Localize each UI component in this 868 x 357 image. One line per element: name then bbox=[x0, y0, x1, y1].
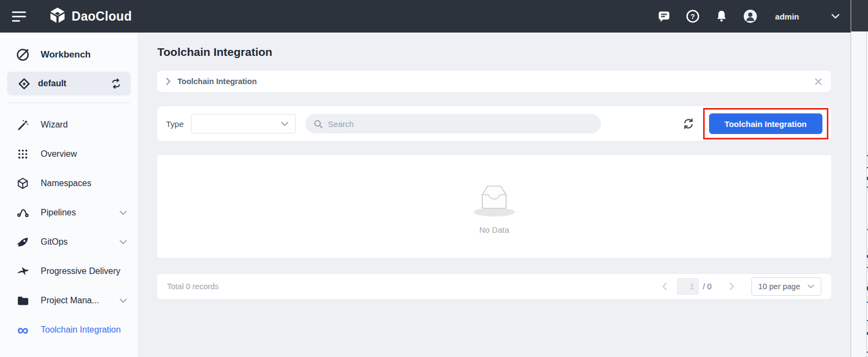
username-label: admin bbox=[775, 12, 799, 21]
empty-state-message: No Data bbox=[479, 225, 509, 234]
next-page-icon[interactable] bbox=[726, 282, 738, 291]
breadcrumb-chevron-icon bbox=[166, 78, 171, 85]
folder-icon bbox=[16, 294, 30, 308]
search-input[interactable] bbox=[328, 119, 593, 129]
pipeline-icon bbox=[16, 206, 30, 220]
bird-icon bbox=[16, 264, 30, 278]
sidebar-item-gitops[interactable]: GitOps bbox=[0, 227, 138, 257]
sidebar-item-label: Progressive Delivery bbox=[41, 266, 120, 276]
app-window: DaoCloud ? bbox=[0, 0, 851, 357]
sidebar-item-label: GitOps bbox=[41, 237, 68, 247]
grid-dots-icon bbox=[16, 147, 30, 161]
expand-chevron-icon[interactable] bbox=[119, 240, 127, 245]
sidebar: Workbench default bbox=[0, 33, 138, 357]
svg-text:?: ? bbox=[691, 12, 695, 21]
close-icon[interactable] bbox=[814, 78, 822, 86]
messages-icon[interactable] bbox=[657, 9, 671, 23]
search-box bbox=[305, 114, 601, 133]
total-records-label: Total 0 records bbox=[167, 282, 219, 291]
brand-name: DaoCloud bbox=[72, 9, 132, 24]
sidebar-item-toolchain-integration[interactable]: ∞ Toolchain Integration bbox=[0, 315, 138, 345]
user-avatar[interactable] bbox=[743, 9, 757, 23]
breadcrumb-item[interactable]: Toolchain Integration bbox=[177, 77, 257, 86]
empty-state: No Data bbox=[470, 178, 519, 234]
sidebar-item-workbench[interactable]: Workbench bbox=[0, 41, 138, 68]
sidebar-item-label: Workbench bbox=[41, 49, 91, 60]
wizard-wand-icon bbox=[16, 118, 30, 132]
switch-workspace-icon[interactable] bbox=[110, 78, 122, 90]
page-title: Toolchain Integration bbox=[157, 46, 831, 59]
daocloud-logo-icon bbox=[49, 7, 66, 26]
results-panel: No Data bbox=[157, 155, 831, 258]
page-size-select[interactable]: 10 per page bbox=[751, 277, 821, 296]
annotation-highlight-box: Toolchain Integration bbox=[703, 108, 828, 139]
sidebar-item-label: Project Mana... bbox=[41, 296, 99, 305]
menu-toggle-icon[interactable] bbox=[12, 9, 26, 24]
sidebar-item-label: Namespaces bbox=[41, 178, 91, 188]
notifications-bell-icon[interactable] bbox=[714, 9, 729, 23]
infinity-icon: ∞ bbox=[16, 323, 30, 337]
content-area: Toolchain Integration Toolchain Integrat… bbox=[138, 33, 851, 357]
sidebar-item-overview[interactable]: Overview bbox=[0, 139, 138, 169]
sidebar-item-project-management[interactable]: Project Mana... bbox=[0, 286, 138, 315]
sidebar-divider bbox=[8, 103, 130, 103]
type-select[interactable] bbox=[191, 114, 296, 133]
workbench-icon bbox=[16, 48, 30, 62]
sidebar-item-progressive-delivery[interactable]: Progressive Delivery bbox=[0, 257, 138, 286]
page-number-input[interactable] bbox=[677, 278, 699, 295]
sidebar-item-label: Pipelines bbox=[41, 208, 76, 218]
search-icon bbox=[313, 119, 323, 129]
top-header: DaoCloud ? bbox=[0, 0, 851, 33]
filter-toolbar: Type bbox=[157, 106, 831, 141]
workspace-icon bbox=[17, 77, 30, 90]
toolchain-integration-button[interactable]: Toolchain Integration bbox=[709, 113, 822, 134]
sidebar-item-label: Toolchain Integration bbox=[41, 325, 121, 335]
sidebar-item-default-workspace[interactable]: default bbox=[7, 72, 131, 95]
page-total-label: / 0 bbox=[703, 282, 711, 291]
cube-icon bbox=[16, 176, 30, 190]
help-icon[interactable]: ? bbox=[686, 9, 700, 23]
expand-chevron-icon[interactable] bbox=[119, 298, 127, 303]
sidebar-item-namespaces[interactable]: Namespaces bbox=[0, 169, 138, 198]
type-filter-label: Type bbox=[166, 119, 184, 129]
expand-chevron-icon[interactable] bbox=[119, 211, 127, 215]
sidebar-item-label: Overview bbox=[41, 149, 77, 159]
background-window-edge bbox=[851, 0, 868, 357]
chevron-down-icon bbox=[281, 122, 289, 126]
refresh-icon[interactable] bbox=[682, 117, 695, 130]
previous-page-icon[interactable] bbox=[658, 282, 671, 291]
sidebar-item-pipelines[interactable]: Pipelines bbox=[0, 198, 138, 227]
sidebar-item-label: Wizard bbox=[41, 120, 68, 130]
page-size-value: 10 per page bbox=[758, 282, 800, 291]
chevron-down-icon bbox=[807, 284, 814, 289]
rocket-icon bbox=[16, 235, 30, 249]
breadcrumb: Toolchain Integration bbox=[157, 71, 831, 92]
sidebar-item-wizard[interactable]: Wizard bbox=[0, 110, 138, 139]
empty-inbox-icon bbox=[477, 182, 512, 213]
brand[interactable]: DaoCloud bbox=[49, 7, 132, 26]
pagination-bar: Total 0 records / 0 10 per page bbox=[157, 274, 831, 299]
sidebar-item-label: default bbox=[38, 79, 66, 88]
user-menu-chevron-icon[interactable] bbox=[831, 11, 840, 21]
